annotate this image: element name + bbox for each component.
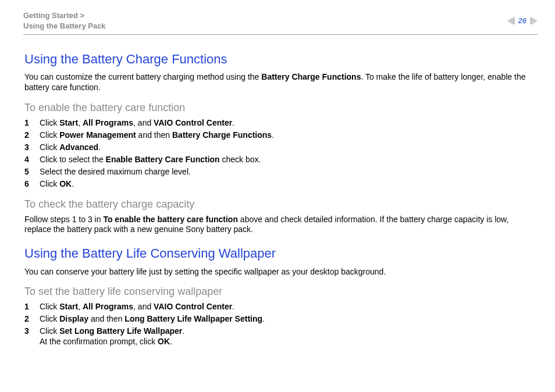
step-item: 1Click Start, All Programs, and VAIO Con… (24, 302, 531, 312)
section1-sub2-para: Follow steps 1 to 3 in To enable the bat… (24, 215, 531, 236)
section-heading: Using the Battery Life Conserving Wallpa… (24, 245, 531, 262)
step-item: 6Click OK. (24, 179, 531, 190)
subsection-heading: To set the battery life conserving wallp… (24, 285, 531, 298)
subsection-heading: To enable the battery care function (24, 101, 531, 115)
document-page: Getting Started > Using the Battery Pack… (0, 0, 555, 392)
step-item: 2Click Display and then Long Battery Lif… (24, 314, 531, 325)
steps-list: 1Click Start, All Programs, and VAIO Con… (24, 118, 531, 189)
breadcrumb-line-1: Getting Started > (23, 11, 84, 20)
page-number: 26 (518, 16, 526, 25)
step-item: 4Click to select the Enable Battery Care… (24, 155, 531, 165)
step-item: 2Click Power Management and then Battery… (24, 130, 531, 141)
step-item: 5Select the desired maximum charge level… (24, 167, 531, 177)
pager: 26 (507, 10, 538, 25)
content-area: Using the Battery Charge Functions You c… (0, 35, 555, 347)
section1-intro: You can customize the current battery ch… (24, 72, 531, 93)
section-heading: Using the Battery Charge Functions (24, 51, 531, 67)
breadcrumb: Getting Started > Using the Battery Pack (23, 10, 106, 31)
steps-list: 1Click Start, All Programs, and VAIO Con… (24, 302, 531, 347)
step-item: 1Click Start, All Programs, and VAIO Con… (24, 118, 531, 129)
section2-intro: You can conserve your battery life just … (24, 267, 531, 277)
next-page-icon[interactable] (530, 17, 538, 24)
step-item: 3Click Set Long Battery Life Wallpaper.A… (24, 326, 531, 347)
page-header: Getting Started > Using the Battery Pack… (0, 0, 555, 34)
prev-page-icon[interactable] (507, 17, 515, 24)
subsection-heading: To check the battery charge capacity (24, 198, 531, 211)
step-item: 3Click Advanced. (24, 142, 531, 153)
breadcrumb-line-2: Using the Battery Pack (23, 22, 106, 30)
